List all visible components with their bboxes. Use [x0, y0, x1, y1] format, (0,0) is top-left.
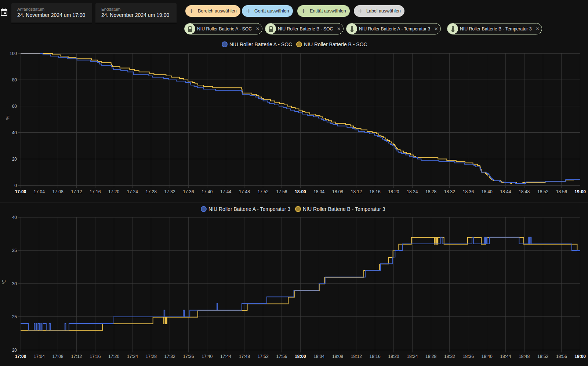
svg-text:25: 25: [12, 314, 17, 319]
svg-text:18:52: 18:52: [537, 354, 548, 359]
svg-text:NIU Roller Batterie A - Temper: NIU Roller Batterie A - Temperatur 3: [208, 206, 290, 212]
svg-text:17:24: 17:24: [127, 189, 138, 194]
svg-text:18:08: 18:08: [332, 354, 343, 359]
svg-text:18:12: 18:12: [351, 189, 362, 194]
svg-text:%: %: [5, 116, 10, 120]
svg-text:17:00: 17:00: [15, 354, 26, 359]
svg-text:18:48: 18:48: [519, 354, 530, 359]
svg-text:18:48: 18:48: [519, 189, 530, 194]
svg-text:18:24: 18:24: [407, 354, 418, 359]
svg-text:0: 0: [14, 183, 17, 188]
svg-text:18:32: 18:32: [444, 354, 455, 359]
svg-text:20: 20: [12, 157, 17, 162]
svg-text:18:56: 18:56: [556, 189, 567, 194]
svg-text:17:32: 17:32: [164, 354, 175, 359]
svg-text:NIU Roller Batterie B - Temper: NIU Roller Batterie B - Temperatur 3: [303, 206, 385, 212]
svg-text:18:36: 18:36: [463, 189, 474, 194]
svg-text:18:28: 18:28: [425, 189, 436, 194]
svg-text:40: 40: [12, 215, 17, 220]
svg-text:°C: °C: [1, 279, 7, 285]
svg-text:NIU Roller Batterie B - SOC: NIU Roller Batterie B - SOC: [304, 41, 367, 47]
svg-text:17:52: 17:52: [258, 354, 269, 359]
svg-text:17:28: 17:28: [146, 189, 157, 194]
svg-text:18:40: 18:40: [482, 189, 493, 194]
svg-text:18:16: 18:16: [370, 189, 381, 194]
svg-text:18:24: 18:24: [407, 189, 418, 194]
svg-text:19:00: 19:00: [574, 189, 586, 194]
svg-text:60: 60: [12, 104, 17, 109]
svg-text:17:20: 17:20: [108, 189, 119, 194]
svg-text:18:32: 18:32: [444, 189, 455, 194]
svg-text:17:28: 17:28: [146, 354, 157, 359]
svg-text:18:00: 18:00: [295, 189, 306, 194]
svg-text:18:52: 18:52: [537, 189, 548, 194]
svg-text:18:44: 18:44: [500, 189, 511, 194]
svg-text:17:56: 17:56: [276, 189, 287, 194]
svg-text:40: 40: [12, 130, 17, 135]
svg-text:18:12: 18:12: [351, 354, 362, 359]
svg-text:17:16: 17:16: [90, 354, 101, 359]
svg-text:18:04: 18:04: [313, 354, 324, 359]
svg-text:18:20: 18:20: [388, 189, 399, 194]
svg-text:17:08: 17:08: [52, 189, 63, 194]
svg-text:18:56: 18:56: [556, 354, 567, 359]
svg-text:18:04: 18:04: [313, 189, 324, 194]
svg-text:18:08: 18:08: [332, 189, 343, 194]
svg-text:17:20: 17:20: [108, 354, 119, 359]
svg-text:18:16: 18:16: [370, 354, 381, 359]
svg-text:18:28: 18:28: [425, 354, 436, 359]
svg-text:17:36: 17:36: [183, 354, 194, 359]
svg-text:17:12: 17:12: [71, 189, 82, 194]
svg-text:17:04: 17:04: [34, 354, 45, 359]
svg-text:17:32: 17:32: [164, 189, 175, 194]
svg-text:18:20: 18:20: [388, 354, 399, 359]
svg-text:19:00: 19:00: [574, 354, 586, 359]
svg-text:18:36: 18:36: [463, 354, 474, 359]
svg-text:17:16: 17:16: [90, 189, 101, 194]
svg-text:30: 30: [12, 281, 17, 286]
svg-text:80: 80: [12, 77, 17, 83]
svg-text:17:44: 17:44: [220, 189, 231, 194]
svg-text:100: 100: [10, 51, 17, 56]
svg-text:18:00: 18:00: [295, 354, 306, 359]
svg-text:17:56: 17:56: [276, 354, 287, 359]
svg-text:18:40: 18:40: [482, 354, 493, 359]
svg-text:17:12: 17:12: [71, 354, 82, 359]
svg-text:17:36: 17:36: [183, 189, 194, 194]
svg-text:17:44: 17:44: [220, 354, 231, 359]
svg-text:17:00: 17:00: [15, 189, 26, 194]
svg-text:NIU Roller Batterie A - SOC: NIU Roller Batterie A - SOC: [229, 41, 292, 47]
svg-text:17:40: 17:40: [202, 189, 213, 194]
svg-text:35: 35: [12, 248, 17, 253]
svg-text:17:40: 17:40: [202, 354, 213, 359]
svg-text:17:04: 17:04: [34, 189, 45, 194]
svg-text:17:48: 17:48: [239, 354, 250, 359]
svg-text:17:52: 17:52: [258, 189, 269, 194]
svg-text:18:44: 18:44: [500, 354, 511, 359]
svg-text:17:08: 17:08: [52, 354, 63, 359]
svg-text:17:48: 17:48: [239, 189, 250, 194]
svg-text:17:24: 17:24: [127, 354, 138, 359]
svg-text:20: 20: [12, 348, 17, 353]
